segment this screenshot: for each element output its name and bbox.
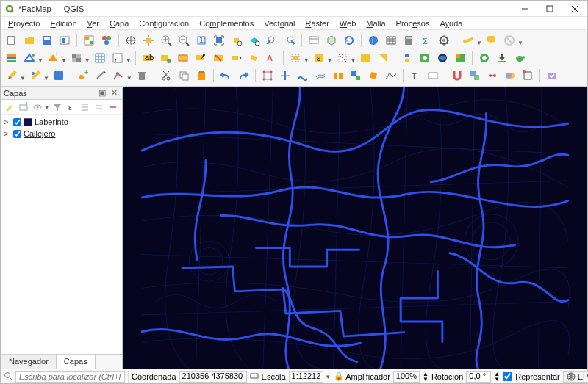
extents-icon[interactable] [250,372,259,382]
add-mesh-layer-icon[interactable] [92,50,108,66]
zoom-next-icon[interactable] [282,32,298,48]
dropdown-icon[interactable]: ▼ [44,104,50,111]
menu-malla[interactable]: Malla [362,18,390,29]
mag-input[interactable]: 100% [393,371,420,383]
expression-filter-icon[interactable]: ε [65,101,77,114]
offset-curve-icon[interactable] [312,68,329,84]
save-edits-icon[interactable] [51,68,67,84]
refresh-icon[interactable] [341,32,357,48]
pan-icon[interactable] [123,32,139,48]
show-hide-labels-icon[interactable] [210,50,226,66]
label-highlight-icon[interactable] [175,50,191,66]
add-group-icon[interactable]: + [18,101,30,114]
open-project-icon[interactable] [21,32,37,48]
plugin-osm-icon[interactable] [417,50,433,66]
maptips-icon[interactable] [484,32,500,48]
dropdown-icon[interactable]: ▼ [85,57,90,64]
undock-icon[interactable]: ▣ [97,88,107,98]
panel-close-icon[interactable]: ✕ [109,88,119,98]
python-console-icon[interactable] [399,50,415,66]
topology-checker-icon[interactable] [544,68,560,84]
new-print-layout-icon[interactable] [57,32,73,48]
menu-ayuda[interactable]: Ayuda [435,18,467,29]
vertex-tool-icon[interactable] [110,68,126,84]
dropdown-icon[interactable]: ▼ [20,75,26,81]
dropdown-icon[interactable]: ▼ [126,57,132,64]
plugin-ee-icon[interactable] [476,50,492,66]
dropdown-icon[interactable]: ▼ [476,40,482,46]
digitize-advanced-icon[interactable] [259,68,276,84]
zoom-out-icon[interactable] [176,32,192,48]
zoom-to-selection-icon[interactable] [229,32,245,48]
redo-icon[interactable] [235,68,251,84]
tab-navegador[interactable]: Navegador [1,355,57,369]
dropdown-icon[interactable]: ▼ [37,57,43,64]
invert-selection-icon[interactable] [375,50,391,66]
map-canvas[interactable] [123,87,587,369]
menu-web[interactable]: Web [335,18,360,29]
dropdown-icon[interactable]: ▼ [126,75,132,81]
dropdown-icon[interactable]: ▼ [517,40,523,46]
undo-icon[interactable] [218,68,234,84]
reshape-icon[interactable] [295,68,311,84]
zoom-in-icon[interactable] [158,32,174,48]
layer-tree[interactable]: > Laberinto > Callejero [1,115,122,354]
menu-complementos[interactable]: Complementos [195,18,258,29]
zoom-last-icon[interactable] [264,32,280,48]
expand-all-icon[interactable] [79,101,91,114]
dropdown-icon[interactable]: ▼ [351,57,356,64]
close-button[interactable] [562,1,587,17]
crs-button[interactable]: EPSG:25830 [563,371,588,383]
new-map-view-icon[interactable] [306,32,322,48]
measure-line-icon[interactable] [460,32,476,48]
layer-visibility-checkbox[interactable] [13,130,21,138]
current-edits-icon[interactable] [27,68,43,84]
simplify-icon[interactable] [383,68,399,84]
menu-edicion[interactable]: Edición [46,18,81,29]
pin-labels-icon[interactable] [193,50,209,66]
menu-vectorial[interactable]: Vectorial [259,18,299,29]
new-vector-layer-icon[interactable] [21,50,37,66]
avoid-intersections-icon[interactable] [502,68,518,84]
new-3d-view-icon[interactable] [323,32,340,48]
expander-icon[interactable]: > [4,117,11,126]
layer-item-callejero[interactable]: > Callejero [4,128,119,140]
spinner-icon[interactable]: ▲▼ [423,372,429,382]
zoom-full-icon[interactable] [211,32,227,48]
paste-features-icon[interactable] [193,68,209,84]
locator-input[interactable] [15,371,125,383]
add-vector-layer-icon[interactable]: + [45,50,61,66]
dropdown-icon[interactable]: ▼ [325,374,331,380]
change-label-icon[interactable]: A [263,50,279,66]
toggle-editing-icon[interactable] [4,68,20,84]
plugin-download-icon[interactable] [494,50,510,66]
field-calculator-icon[interactable] [401,32,417,48]
processing-toolbox-icon[interactable] [436,32,452,48]
add-raster-layer-icon[interactable] [68,50,85,66]
remove-layer-icon[interactable] [107,101,119,114]
plugin-semiauto-icon[interactable] [452,50,468,66]
style-manager-icon[interactable] [98,32,115,48]
manage-visibility-icon[interactable] [32,101,44,114]
menu-ver[interactable]: Ver [83,18,104,29]
trim-extend-icon[interactable] [277,68,293,84]
self-snapping-icon[interactable] [520,68,536,84]
spinner-icon[interactable]: ▲▼ [494,372,500,382]
scale-input[interactable]: 1:12212 [289,371,324,383]
filter-legend-icon[interactable] [51,101,64,114]
minimize-button[interactable] [512,1,537,17]
maximize-button[interactable] [537,1,562,17]
coord-input[interactable]: 210356 4375830 [179,371,247,383]
move-label-icon[interactable] [228,50,244,66]
rotate-feature-icon[interactable] [365,68,381,84]
delete-selected-icon[interactable] [134,68,150,84]
layer-item-laberinto[interactable]: > Laberinto [4,116,119,128]
statistics-icon[interactable]: Σ [418,32,434,48]
select-all-icon[interactable] [357,50,373,66]
cut-features-icon[interactable] [158,68,174,84]
render-checkbox[interactable] [503,372,512,381]
save-project-icon[interactable] [39,32,55,48]
snapping-icon[interactable] [449,68,465,84]
move-feature-icon[interactable] [93,68,109,84]
deselect-all-icon[interactable] [334,50,351,66]
